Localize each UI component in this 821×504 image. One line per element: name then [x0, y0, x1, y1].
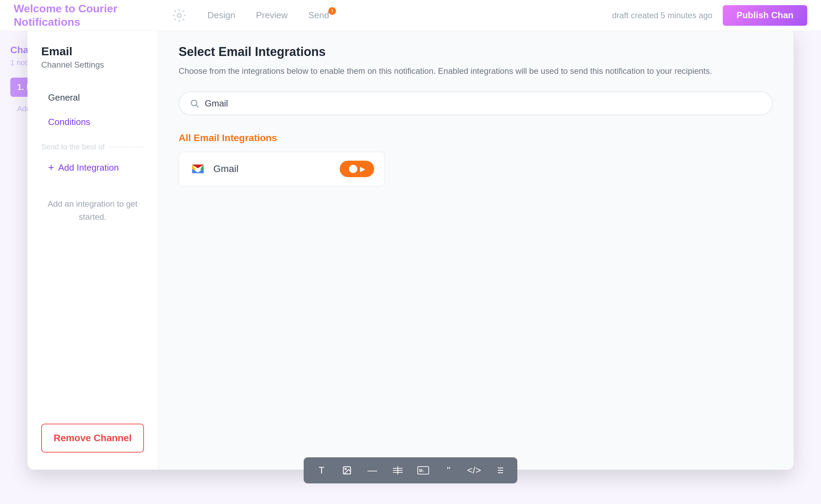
modal-channel-subtitle: Channel Settings	[41, 60, 144, 70]
gmail-integration-row[interactable]: Gmail ▶	[179, 152, 385, 186]
svg-point-4	[345, 468, 346, 470]
all-integrations-title: All Email Integrations	[179, 133, 773, 144]
toolbar-markdown-button[interactable]: M↓	[416, 463, 431, 478]
empty-state-message: Add an integration to get started.	[41, 197, 144, 224]
top-bar-right: draft created 5 minutes ago Publish Chan	[612, 5, 807, 26]
modal-left-panel: Email Channel Settings General Condition…	[27, 27, 158, 470]
svg-line-2	[196, 105, 198, 107]
search-icon	[190, 99, 199, 108]
toolbar-list-button[interactable]	[492, 463, 507, 478]
gmail-toggle-button[interactable]: ▶	[340, 161, 374, 177]
integration-search-box[interactable]	[179, 91, 773, 115]
modal-channel-title: Email	[41, 45, 144, 58]
svg-point-1	[191, 100, 197, 106]
toolbar-columns-button[interactable]	[390, 463, 405, 478]
send-to-divider: Send to the best of	[41, 142, 144, 151]
top-bar: Welcome to Courier Notifications Design …	[0, 0, 821, 31]
app-title: Welcome to Courier Notifications	[14, 2, 158, 28]
toolbar-divider-button[interactable]: —	[365, 463, 380, 478]
modal-footer: Remove Channel	[41, 424, 144, 453]
toolbar-image-button[interactable]	[339, 463, 355, 478]
tab-design[interactable]: Design	[207, 10, 235, 21]
channel-settings-modal: Email Channel Settings General Condition…	[27, 27, 794, 470]
integrations-panel-description: Choose from the integrations below to en…	[179, 65, 773, 78]
toolbar-text-button[interactable]: T	[314, 463, 329, 478]
add-integration-button[interactable]: + Add Integration	[41, 158, 144, 177]
svg-text:M↓: M↓	[419, 468, 425, 473]
nav-item-general[interactable]: General	[41, 87, 144, 108]
gear-icon[interactable]	[172, 8, 187, 23]
gmail-icon	[189, 160, 206, 177]
plus-icon: +	[48, 162, 54, 173]
toolbar-quote-button[interactable]: "	[441, 463, 456, 478]
send-badge: !	[328, 7, 336, 15]
toggle-arrow-icon: ▶	[360, 165, 365, 173]
modal-right-panel: Select Email Integrations Choose from th…	[158, 27, 794, 470]
integration-gmail-name: Gmail	[213, 163, 333, 174]
bottom-toolbar: T — M↓ " </>	[304, 457, 517, 483]
nav-item-conditions[interactable]: Conditions	[41, 111, 144, 133]
draft-status: draft created 5 minutes ago	[612, 11, 712, 20]
toolbar-code-button[interactable]: </>	[466, 463, 482, 478]
toggle-circle	[349, 165, 357, 173]
integration-search-input[interactable]	[205, 98, 762, 109]
nav-tabs: Design Preview Send !	[172, 8, 329, 23]
tab-send[interactable]: Send !	[308, 10, 329, 21]
svg-point-0	[178, 13, 181, 17]
tab-preview[interactable]: Preview	[256, 10, 288, 21]
publish-button[interactable]: Publish Chan	[723, 5, 807, 26]
integrations-panel-title: Select Email Integrations	[179, 45, 773, 59]
remove-channel-button[interactable]: Remove Channel	[41, 424, 144, 453]
